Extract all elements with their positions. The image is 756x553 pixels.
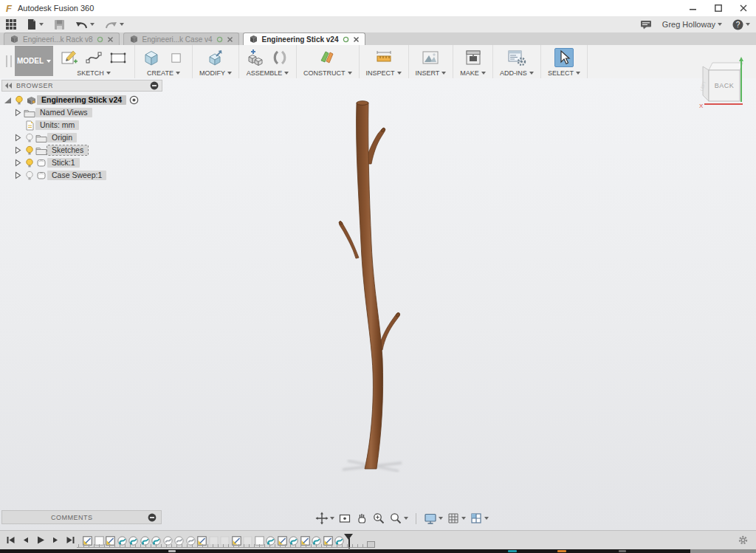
document-tab[interactable]: Engineering Stick v24 <box>243 32 365 45</box>
browser-item-sketches[interactable]: Sketches <box>1 145 162 156</box>
item-label[interactable]: Origin <box>47 133 77 142</box>
tree-arrow-icon[interactable] <box>13 171 23 180</box>
rectangle-button[interactable] <box>109 48 128 67</box>
panel-minimize-icon[interactable] <box>150 81 159 90</box>
minimize-button[interactable] <box>681 0 706 16</box>
chevron-down-icon <box>106 72 111 75</box>
measure-button[interactable] <box>374 48 394 67</box>
toolbar-grip[interactable] <box>6 55 12 67</box>
timeline-feature-feature[interactable] <box>174 536 184 546</box>
step-back-button[interactable] <box>21 535 31 545</box>
tree-arrow-icon[interactable] <box>13 108 23 117</box>
panel-minimize-icon[interactable] <box>148 513 157 522</box>
cube-top-face[interactable] <box>709 63 743 70</box>
form-button[interactable] <box>166 48 185 67</box>
ribbon-group-label[interactable]: CREATE <box>147 69 180 77</box>
root-triangle-icon[interactable] <box>2 95 13 105</box>
undo-button[interactable] <box>75 20 94 30</box>
view-cube[interactable]: BACK LEFT X <box>693 52 753 115</box>
play-button[interactable] <box>35 535 46 545</box>
bulb-off-icon[interactable] <box>25 171 34 181</box>
ribbon-group-label[interactable]: INSERT <box>416 69 447 77</box>
press-pull-button[interactable] <box>206 48 225 67</box>
browser-item-origin[interactable]: Origin <box>1 132 162 143</box>
viewports-button[interactable] <box>470 512 489 525</box>
timeline-ruler-end[interactable] <box>367 541 375 548</box>
app-grid-button[interactable] <box>6 19 16 30</box>
play-icon <box>35 535 46 545</box>
browser-item-units-mm[interactable]: Units: mm <box>1 120 162 131</box>
browser-header[interactable]: BROWSER <box>1 80 162 92</box>
chevron-down-icon <box>746 23 750 26</box>
item-label[interactable]: Stick:1 <box>47 158 80 168</box>
browser-root-item[interactable]: Engineering Stick v24 <box>1 95 162 106</box>
viewport-canvas[interactable]: BROWSER Engineering Stick v24Named Views… <box>0 78 756 530</box>
tree-arrow-icon[interactable] <box>13 158 23 168</box>
timeline-ruler[interactable] <box>77 547 375 548</box>
ribbon-group-label[interactable]: SELECT <box>548 69 580 77</box>
bulb-on-icon[interactable] <box>15 95 24 106</box>
ribbon-group-label[interactable]: ADD-INS <box>500 69 534 77</box>
fit-button[interactable] <box>389 512 408 525</box>
item-label[interactable]: Named Views <box>35 108 92 117</box>
ribbon-group-label[interactable]: MAKE <box>460 69 486 77</box>
document-tab[interactable]: Engineeri...k Case v4 <box>123 32 239 45</box>
close-button[interactable] <box>731 0 756 16</box>
select-cursor-button[interactable] <box>554 48 574 67</box>
document-tab[interactable]: Engineeri...k Rack v8 <box>4 32 120 45</box>
step-forward-button[interactable] <box>50 535 61 545</box>
new-component-button[interactable] <box>246 48 265 67</box>
file-menu-button[interactable] <box>27 18 44 30</box>
timeline-feature-sweep[interactable] <box>140 536 150 546</box>
zoom-button[interactable] <box>372 512 385 525</box>
help-menu[interactable]: ? <box>732 19 750 30</box>
make-3dprint-button[interactable] <box>464 48 483 67</box>
radio-icon[interactable] <box>129 95 139 105</box>
ribbon-group-label[interactable]: MODIFY <box>199 69 232 77</box>
joint-button[interactable] <box>270 48 289 67</box>
timeline-settings-gear-icon[interactable] <box>738 535 748 545</box>
timeline-feature-sweep[interactable] <box>334 536 344 546</box>
item-label[interactable]: Case Sweep:1 <box>47 171 106 180</box>
display-settings-button[interactable] <box>424 512 443 525</box>
browser-item-case-sweep-1[interactable]: Case Sweep:1 <box>1 170 162 181</box>
orbit-button[interactable] <box>315 512 334 525</box>
bulb-on-icon[interactable] <box>25 145 34 156</box>
ribbon-group-label[interactable]: CONSTRUCT <box>303 69 352 77</box>
go-to-end-button[interactable] <box>65 535 75 545</box>
redo-button[interactable] <box>105 20 124 30</box>
create-sketch-button[interactable] <box>60 48 79 67</box>
browser-item-stick-1[interactable]: Stick:1 <box>1 157 162 168</box>
timeline-feature-empty[interactable] <box>209 536 219 546</box>
box-button[interactable] <box>142 48 161 67</box>
item-label[interactable]: Sketches <box>47 145 88 155</box>
ribbon-group-label[interactable]: SKETCH <box>77 69 111 77</box>
tree-arrow-icon[interactable] <box>13 145 23 155</box>
pan-button[interactable] <box>355 512 368 525</box>
ribbon-group-label[interactable]: INSPECT <box>366 69 402 77</box>
bulb-off-icon[interactable] <box>25 133 34 143</box>
timeline-feature-sketch[interactable] <box>300 536 310 546</box>
ribbon-group-label[interactable]: ASSEMBLE <box>247 69 289 77</box>
user-menu[interactable]: Greg Holloway <box>662 20 722 29</box>
tab-close-icon[interactable] <box>107 36 114 43</box>
notifications-icon[interactable] <box>640 20 652 30</box>
plane-button[interactable] <box>318 48 337 67</box>
go-to-start-button[interactable] <box>6 535 16 545</box>
spline-button[interactable] <box>84 48 103 67</box>
workspace-switcher[interactable]: MODEL <box>15 46 53 76</box>
tree-arrow-icon[interactable] <box>13 133 23 142</box>
browser-item-named-views[interactable]: Named Views <box>1 107 162 118</box>
scripts-button[interactable] <box>507 48 526 67</box>
bulb-on-icon[interactable] <box>25 158 34 168</box>
grid-settings-button[interactable] <box>447 512 466 525</box>
tab-close-icon[interactable] <box>353 36 360 43</box>
maximize-button[interactable] <box>706 0 731 16</box>
item-label[interactable]: Units: mm <box>35 120 79 130</box>
root-label[interactable]: Engineering Stick v24 <box>37 95 126 105</box>
look-at-button[interactable] <box>338 512 351 525</box>
insert-image-button[interactable] <box>421 48 440 67</box>
comments-panel[interactable]: COMMENTS <box>1 510 162 524</box>
save-button[interactable] <box>54 19 65 30</box>
tab-close-icon[interactable] <box>227 36 233 43</box>
